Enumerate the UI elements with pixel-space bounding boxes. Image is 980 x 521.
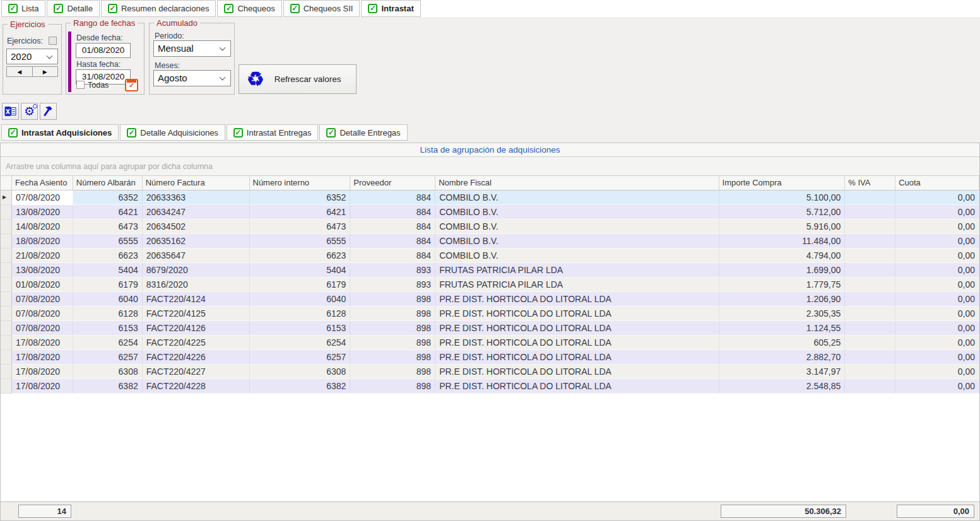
cell-importe-compra[interactable]: 1.699,00 [719, 263, 846, 278]
cell-cuota[interactable]: 0,00 [895, 321, 979, 336]
cell-pct-iva[interactable] [845, 350, 895, 365]
cell-nombre-fiscal[interactable]: PR.E DIST. HORTICOLA DO LITORAL LDA [435, 307, 719, 321]
cell-numero-interno[interactable]: 6257 [250, 350, 351, 365]
tab-detalle-adquisiciones[interactable]: Detalle Adquisiciones [120, 124, 225, 141]
cell-numero-factura[interactable]: FACT220/4124 [143, 292, 250, 307]
cell-nombre-fiscal[interactable]: COMBILO B.V. [435, 220, 719, 234]
cell-proveedor[interactable]: 898 [350, 292, 435, 307]
cell-numero-interno[interactable]: 6254 [250, 336, 351, 350]
cell-fecha-asiento[interactable]: 17/08/2020 [12, 365, 73, 379]
cell-fecha-asiento[interactable]: 01/08/2020 [12, 278, 73, 292]
ejercicios-checkbox[interactable] [49, 37, 57, 45]
cell-nombre-fiscal[interactable]: COMBILO B.V. [435, 249, 719, 263]
cell-cuota[interactable]: 0,00 [895, 365, 979, 379]
table-row[interactable]: 21/08/20206623206356476623884COMBILO B.V… [1, 249, 979, 263]
cell-numero-interno[interactable]: 6382 [250, 379, 351, 394]
cell-numero-albaran[interactable]: 6555 [73, 234, 143, 249]
cell-fecha-asiento[interactable]: 07/08/2020 [12, 190, 73, 205]
cell-numero-factura[interactable]: FACT220/4125 [143, 307, 250, 321]
cell-importe-compra[interactable]: 11.484,00 [719, 234, 846, 249]
cell-numero-interno[interactable]: 6179 [250, 278, 351, 292]
cell-proveedor[interactable]: 884 [350, 190, 435, 205]
cell-proveedor[interactable]: 884 [350, 234, 435, 249]
cell-numero-albaran[interactable]: 6473 [73, 220, 143, 234]
cell-cuota[interactable]: 0,00 [895, 249, 979, 263]
calendar-icon[interactable] [125, 79, 138, 91]
cell-proveedor[interactable]: 884 [350, 205, 435, 220]
cell-numero-factura[interactable]: FACT220/4226 [143, 350, 250, 365]
cell-numero-albaran[interactable]: 6254 [73, 336, 143, 350]
cell-numero-interno[interactable]: 6128 [250, 307, 351, 321]
cell-importe-compra[interactable]: 4.794,00 [719, 249, 846, 263]
table-row[interactable]: 01/08/202061798316/20206179893FRUTAS PAT… [1, 278, 979, 292]
cell-cuota[interactable]: 0,00 [895, 190, 979, 205]
tab-chequeos[interactable]: Chequeos [217, 0, 281, 17]
cell-cuota[interactable]: 0,00 [895, 234, 979, 249]
table-row[interactable]: 07/08/20206352206333636352884COMBILO B.V… [1, 190, 979, 205]
cell-importe-compra[interactable]: 605,25 [719, 336, 846, 350]
table-row[interactable]: 17/08/20206308FACT220/42276308898PR.E DI… [1, 365, 979, 379]
cell-numero-albaran[interactable]: 6257 [73, 350, 143, 365]
cell-nombre-fiscal[interactable]: PR.E DIST. HORTICOLA DO LITORAL LDA [435, 321, 719, 336]
cell-pct-iva[interactable] [845, 190, 895, 205]
table-row[interactable]: 07/08/20206153FACT220/41266153898PR.E DI… [1, 321, 979, 336]
cell-proveedor[interactable]: 898 [350, 336, 435, 350]
cell-nombre-fiscal[interactable]: PR.E DIST. HORTICOLA DO LITORAL LDA [435, 350, 719, 365]
cell-fecha-asiento[interactable]: 14/08/2020 [12, 220, 73, 234]
tab-intrastat[interactable]: Intrastat [361, 0, 420, 17]
column-header-numero-factura[interactable]: Número Factura [143, 176, 250, 190]
tab-intrastat-entregas[interactable]: Intrastat Entregas [227, 124, 319, 141]
cell-fecha-asiento[interactable]: 18/08/2020 [12, 234, 73, 249]
cell-importe-compra[interactable]: 5.100,00 [719, 190, 846, 205]
cell-pct-iva[interactable] [845, 234, 895, 249]
cell-numero-factura[interactable]: FACT220/4126 [143, 321, 250, 336]
cell-fecha-asiento[interactable]: 07/08/2020 [12, 307, 73, 321]
cell-importe-compra[interactable]: 2.305,35 [719, 307, 846, 321]
cell-proveedor[interactable]: 884 [350, 220, 435, 234]
cell-numero-interno[interactable]: 6308 [250, 365, 351, 379]
cell-cuota[interactable]: 0,00 [895, 379, 979, 394]
tab-chequeos-sii[interactable]: Chequeos SII [283, 0, 360, 17]
column-header-importe-compra[interactable]: Importe Compra [719, 176, 846, 190]
column-header-numero-interno[interactable]: Número interno [250, 176, 351, 190]
cell-numero-albaran[interactable]: 6382 [73, 379, 143, 394]
cell-pct-iva[interactable] [845, 379, 895, 394]
cell-nombre-fiscal[interactable]: PR.E DIST. HORTICOLA DO LITORAL LDA [435, 292, 719, 307]
cell-pct-iva[interactable] [845, 365, 895, 379]
cell-fecha-asiento[interactable]: 21/08/2020 [12, 249, 73, 263]
table-row[interactable]: 14/08/20206473206345026473884COMBILO B.V… [1, 220, 979, 234]
cell-pct-iva[interactable] [845, 263, 895, 278]
table-row[interactable]: 17/08/20206382FACT220/42286382898PR.E DI… [1, 379, 979, 394]
cell-fecha-asiento[interactable]: 13/08/2020 [12, 205, 73, 220]
column-header-pct-iva[interactable]: % IVA [845, 176, 895, 190]
cell-proveedor[interactable]: 898 [350, 350, 435, 365]
cell-pct-iva[interactable] [845, 292, 895, 307]
cell-pct-iva[interactable] [845, 205, 895, 220]
cell-numero-albaran[interactable]: 6040 [73, 292, 143, 307]
cell-numero-interno[interactable]: 6473 [250, 220, 351, 234]
cell-proveedor[interactable]: 898 [350, 321, 435, 336]
next-year-button[interactable] [33, 67, 58, 76]
cell-cuota[interactable]: 0,00 [895, 336, 979, 350]
cell-importe-compra[interactable]: 3.147,97 [719, 365, 846, 379]
group-by-drop-zone[interactable]: Arrastre una columna aquí para agrupar p… [1, 157, 979, 176]
cell-numero-factura[interactable]: FACT220/4225 [143, 336, 250, 350]
table-row[interactable]: 18/08/20206555206351626555884COMBILO B.V… [1, 234, 979, 249]
cell-importe-compra[interactable]: 5.712,00 [719, 205, 846, 220]
refresh-values-button[interactable]: Refrescar valores [239, 64, 357, 94]
table-row[interactable]: 07/08/20206128FACT220/41256128898PR.E DI… [1, 307, 979, 321]
table-row[interactable]: 13/08/20206421206342476421884COMBILO B.V… [1, 205, 979, 220]
cell-pct-iva[interactable] [845, 220, 895, 234]
cell-nombre-fiscal[interactable]: FRUTAS PATRICIA PILAR LDA [435, 263, 719, 278]
cell-numero-factura[interactable]: 20634502 [143, 220, 250, 234]
previous-year-button[interactable] [7, 67, 33, 76]
ejercicio-year-select[interactable]: 2020 [6, 49, 58, 64]
column-header-numero-albaran[interactable]: Número Albarán [73, 176, 143, 190]
cell-proveedor[interactable]: 898 [350, 379, 435, 394]
settings-button[interactable] [21, 103, 38, 120]
cell-importe-compra[interactable]: 1.206,90 [719, 292, 846, 307]
export-excel-button[interactable] [2, 103, 19, 120]
column-header-cuota[interactable]: Cuota [895, 176, 979, 190]
cell-nombre-fiscal[interactable]: FRUTAS PATRICIA PILAR LDA [435, 278, 719, 292]
cell-nombre-fiscal[interactable]: COMBILO B.V. [435, 205, 719, 220]
